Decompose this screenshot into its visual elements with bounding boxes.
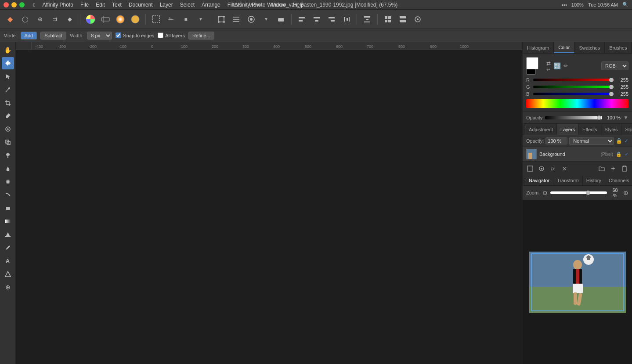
brush-tool-btn[interactable] [2, 83, 14, 96]
hand-tool-btn[interactable]: ✋ [2, 44, 14, 56]
minimize-button[interactable] [11, 2, 17, 7]
all-layers-checkbox[interactable] [158, 32, 163, 38]
swatches-tab[interactable]: Swatches [574, 42, 605, 53]
export-persona-btn[interactable]: ⇉ [48, 13, 61, 26]
paint-btn[interactable] [245, 13, 258, 26]
color-tab[interactable]: Color [554, 42, 574, 53]
erase-btn[interactable] [274, 13, 288, 26]
paint-select-btn[interactable]: ■ [179, 13, 192, 26]
color-wheel-btn[interactable] [84, 13, 97, 26]
layers-tab[interactable]: Layers [557, 124, 579, 135]
zoom-tool-btn[interactable]: ⊕ [2, 281, 14, 293]
affinity-logo-btn[interactable]: ◆ [4, 13, 17, 26]
fx-btn[interactable]: fx [548, 164, 558, 173]
opacity-dropdown-btn[interactable]: ▼ [623, 115, 628, 121]
navigator-preview[interactable] [523, 200, 632, 364]
align-btn[interactable] [230, 13, 243, 26]
heal-tool-btn[interactable] [2, 123, 14, 135]
color-mode-select[interactable]: RGB CMYK HSL [601, 61, 628, 70]
styles-tab[interactable]: Styles [601, 124, 622, 135]
add-layer-btn[interactable]: + [608, 164, 618, 173]
search-icon[interactable]: 🔍 [622, 2, 628, 7]
eyedropper-tool-btn[interactable] [2, 110, 14, 122]
levels-btn[interactable] [99, 13, 112, 26]
adjustment-tab[interactable]: Adjustment [525, 124, 557, 135]
color-spectrum-bar[interactable] [526, 99, 628, 108]
layer-item-check-icon[interactable]: ✓ [625, 151, 628, 157]
new-mask-btn[interactable] [537, 164, 546, 173]
delete-layer-btn[interactable]: ✕ [560, 164, 569, 173]
red-channel-slider[interactable] [533, 79, 614, 81]
blend-mode-select[interactable]: Normal Multiply Screen Overlay [569, 137, 614, 145]
menu-text[interactable]: Text [112, 2, 122, 8]
view-btn2[interactable] [396, 13, 409, 26]
zoom-plus-btn[interactable]: ⊕ [623, 189, 628, 196]
reset-colors-icon[interactable]: ↩ [546, 67, 551, 72]
add-mode-btn[interactable]: Add [21, 32, 37, 40]
green-channel-slider[interactable] [533, 86, 614, 88]
text-tool-btn[interactable]: A [2, 255, 14, 267]
swap-colors-icon[interactable]: ⇄ [546, 60, 551, 66]
all-layers-label[interactable]: All layers [158, 32, 185, 38]
snap-to-edges-checkbox[interactable] [116, 32, 121, 38]
layer-item-lock-icon[interactable]: 🔒 [616, 151, 622, 157]
smudge-tool-btn[interactable] [2, 189, 14, 201]
zoom-slider[interactable] [550, 191, 607, 194]
develop-persona-btn[interactable]: ◯ [18, 13, 32, 26]
refine-btn[interactable]: Refine... [188, 32, 214, 40]
align-center-btn[interactable] [310, 13, 323, 26]
layer-check-icon[interactable]: ✓ [624, 138, 628, 144]
eyedropper-icon[interactable]: 🔡 [553, 62, 561, 69]
layers-opacity-field[interactable] [545, 137, 567, 144]
foreground-color-swatch[interactable] [526, 57, 538, 69]
menu-file[interactable]: File [80, 2, 89, 8]
layer-item-background[interactable]: Background (Pixel) 🔒 ✓ [523, 147, 632, 162]
brushes-tab[interactable]: Brushes [605, 42, 632, 53]
freehand-select-btn[interactable]: ✁ [164, 13, 177, 26]
erase-tool-btn[interactable] [2, 202, 14, 214]
align-right-btn[interactable] [325, 13, 338, 26]
menu-layer[interactable]: Layer [160, 2, 173, 8]
opacity-slider-track[interactable] [545, 116, 602, 119]
menu-select[interactable]: Select [180, 2, 195, 8]
blue-channel-slider[interactable] [533, 93, 614, 95]
crop-tool-btn[interactable] [2, 97, 14, 109]
channels-tab[interactable]: Channels [605, 175, 632, 185]
rect-select-btn[interactable] [149, 13, 163, 26]
macro-btn[interactable]: ◆ [63, 13, 76, 26]
distribute-v-btn[interactable] [361, 13, 374, 26]
move-tool-btn[interactable] [2, 57, 14, 69]
hsl-btn[interactable] [114, 13, 127, 26]
color-circle-btn[interactable] [129, 13, 142, 26]
transform-btn[interactable] [215, 13, 228, 26]
menu-appname[interactable]: Affinity Photo [42, 2, 73, 8]
view-btn1[interactable] [381, 13, 394, 26]
apple-menu[interactable]:  [33, 2, 35, 8]
pixel-persona-btn[interactable]: ⊕ [33, 13, 47, 26]
new-layer-group-btn[interactable] [525, 164, 535, 173]
distribute-h-btn[interactable] [340, 13, 353, 26]
effects-tab[interactable]: Effects [579, 124, 601, 135]
fill-tool-btn[interactable] [2, 228, 14, 241]
gradient-tool-btn[interactable] [2, 215, 14, 227]
zoom-minus-btn[interactable]: ⊖ [542, 189, 548, 196]
menu-edit[interactable]: Edit [96, 2, 105, 8]
width-select[interactable]: 8 px 4 px 16 px [87, 32, 112, 40]
transform-tab[interactable]: Transform [553, 175, 583, 185]
snap-btn[interactable] [411, 13, 424, 26]
stock-tab[interactable]: Stock [621, 124, 632, 135]
pen-tool-btn[interactable] [2, 241, 14, 254]
subtract-mode-btn[interactable]: Subtract [40, 32, 66, 40]
align-left-btn[interactable] [295, 13, 308, 26]
snap-to-edges-label[interactable]: Snap to edges [116, 32, 154, 38]
shapes-tool-btn[interactable] [2, 268, 14, 280]
dropper2-icon[interactable]: ✏ [563, 63, 568, 69]
history-tab[interactable]: History [583, 175, 605, 185]
dodge-tool-btn[interactable] [2, 149, 14, 162]
select-dropdown-btn[interactable]: ▼ [194, 13, 207, 26]
paint-dropdown-btn[interactable]: ▼ [260, 13, 273, 26]
select-tool-btn[interactable] [2, 70, 14, 83]
burn-tool-btn[interactable] [2, 162, 14, 175]
maximize-button[interactable] [19, 2, 25, 7]
new-folder-btn[interactable] [597, 164, 607, 173]
